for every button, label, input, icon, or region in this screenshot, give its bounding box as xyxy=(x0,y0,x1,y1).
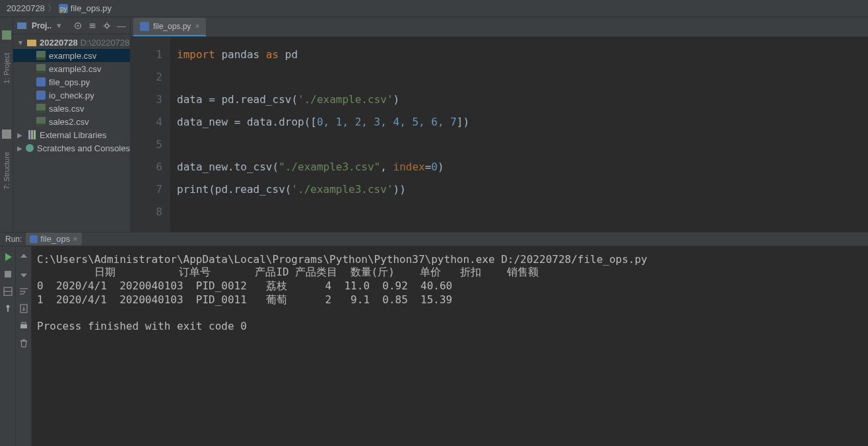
project-root-row[interactable]: ▼ 20220728 D:\20220728 xyxy=(13,36,130,49)
svg-rect-23 xyxy=(140,22,149,31)
python-icon: py xyxy=(59,4,68,13)
editor-tab[interactable]: file_ops.py × xyxy=(133,18,206,36)
editor-area: file_ops.py × 12345678 import pandas as … xyxy=(131,17,868,232)
libraries-icon xyxy=(26,130,37,140)
svg-rect-30 xyxy=(22,322,26,324)
python-icon xyxy=(30,235,38,243)
svg-rect-25 xyxy=(5,271,11,278)
chevron-right-icon[interactable]: ▶ xyxy=(17,145,22,152)
line-number-gutter: 12345678 xyxy=(131,37,170,232)
svg-point-7 xyxy=(105,24,108,27)
run-config-tab[interactable]: file_ops × xyxy=(26,233,81,245)
project-root-name: 20220728 xyxy=(40,38,78,48)
project-file-row[interactable]: sales2.csv xyxy=(13,115,130,128)
console-row: 0 2020/4/1 2020040103 PID_0012 荔枝 4 11.0… xyxy=(37,279,452,292)
breadcrumb-root[interactable]: 20220728 xyxy=(7,3,45,13)
trash-icon[interactable] xyxy=(18,338,29,348)
file-name: example3.csv xyxy=(49,64,101,74)
folder-icon xyxy=(26,37,37,48)
breadcrumb-file[interactable]: file_ops.py xyxy=(71,3,112,13)
svg-rect-20 xyxy=(31,130,33,139)
project-file-row[interactable]: file_ops.py xyxy=(13,75,130,89)
dropdown-icon[interactable]: ▾ xyxy=(57,20,61,30)
file-icon xyxy=(36,63,46,74)
file-name: sales.csv xyxy=(49,104,84,114)
svg-rect-13 xyxy=(36,77,46,87)
project-file-row[interactable]: io_check.py xyxy=(13,89,130,102)
project-rail-label[interactable]: 1: Project xyxy=(3,53,11,83)
project-toolbar: Proj.. ▾ — xyxy=(13,17,130,34)
file-icon xyxy=(36,103,46,114)
code-editor[interactable]: 12345678 import pandas as pd data = pd.r… xyxy=(131,37,868,232)
stop-icon[interactable] xyxy=(3,269,13,279)
collapse-icon[interactable] xyxy=(88,21,97,30)
project-view-icon[interactable] xyxy=(17,21,26,30)
project-rail-icon[interactable] xyxy=(2,30,11,40)
svg-rect-29 xyxy=(20,324,27,328)
console-header: 日期 订单号 产品ID 产品类目 数量(斤) 单价 折扣 销售额 xyxy=(37,266,539,278)
svg-rect-14 xyxy=(36,91,46,100)
run-header: Run: file_ops × xyxy=(0,232,868,246)
external-libraries-row[interactable]: ▶ External Libraries xyxy=(13,128,130,141)
svg-rect-18 xyxy=(36,124,46,126)
python-icon xyxy=(140,22,149,31)
project-toolbar-title[interactable]: Proj.. xyxy=(32,21,51,30)
svg-rect-12 xyxy=(36,71,46,73)
up-icon[interactable] xyxy=(18,252,29,262)
file-icon xyxy=(36,116,46,127)
svg-text:py: py xyxy=(60,5,67,13)
gear-icon[interactable] xyxy=(102,21,112,30)
run-action-rail-left xyxy=(0,246,16,447)
down-icon[interactable] xyxy=(18,269,29,279)
pin-icon[interactable] xyxy=(3,303,13,314)
print-icon[interactable] xyxy=(18,320,29,331)
chevron-down-icon[interactable]: ▼ xyxy=(17,39,24,46)
project-file-row[interactable]: example.csv xyxy=(13,49,130,62)
hide-icon[interactable]: — xyxy=(117,21,126,30)
scroll-icon[interactable] xyxy=(18,303,29,314)
python-icon xyxy=(36,77,46,87)
svg-point-6 xyxy=(77,24,79,26)
project-tree[interactable]: ▼ 20220728 D:\20220728 example.csvexampl… xyxy=(13,34,130,232)
svg-rect-24 xyxy=(30,235,38,243)
svg-rect-10 xyxy=(36,57,46,60)
wrap-icon[interactable] xyxy=(18,286,29,297)
locate-icon[interactable] xyxy=(73,21,83,30)
structure-rail-icon[interactable] xyxy=(2,130,11,139)
file-name: io_check.py xyxy=(49,91,94,100)
svg-point-22 xyxy=(26,144,34,152)
close-icon[interactable]: × xyxy=(73,234,78,244)
console-row: 1 2020/4/1 2020040103 PID_0011 葡萄 2 9.1 … xyxy=(37,293,452,306)
file-icon xyxy=(36,50,46,61)
play-icon[interactable] xyxy=(3,252,13,262)
svg-rect-8 xyxy=(27,40,36,46)
svg-rect-16 xyxy=(36,110,46,113)
project-file-row[interactable]: sales.csv xyxy=(13,102,130,115)
scratches-label: Scratches and Consoles xyxy=(37,143,130,153)
structure-rail-label[interactable]: 7: Structure xyxy=(3,152,11,190)
breadcrumb-sep: 〉 xyxy=(48,3,56,15)
project-file-row[interactable]: example3.csv xyxy=(13,62,130,75)
project-root-path: D:\20220728 xyxy=(81,38,129,48)
console-footer: Process finished with exit code 0 xyxy=(37,320,247,332)
svg-rect-3 xyxy=(2,130,11,139)
console-cmd: C:\Users\Administrator\AppData\Local\Pro… xyxy=(37,253,648,266)
svg-rect-21 xyxy=(34,130,36,139)
left-tool-rail: 1: Project 7: Structure xyxy=(0,17,13,232)
scratches-row[interactable]: ▶ Scratches and Consoles xyxy=(13,141,130,155)
python-icon xyxy=(36,90,46,100)
code-content[interactable]: import pandas as pd data = pd.read_csv('… xyxy=(170,37,868,232)
editor-tab-title: file_ops.py xyxy=(153,22,191,31)
svg-rect-2 xyxy=(2,30,11,40)
svg-rect-19 xyxy=(28,130,30,139)
file-name: example.csv xyxy=(49,51,96,61)
layout-icon[interactable] xyxy=(3,286,13,297)
file-name: sales2.csv xyxy=(49,117,89,127)
svg-rect-4 xyxy=(17,22,26,29)
chevron-right-icon[interactable]: ▶ xyxy=(17,131,24,139)
project-panel: Proj.. ▾ — ▼ 20220728 D:\20220728 exampl… xyxy=(13,17,131,232)
editor-tab-bar: file_ops.py × xyxy=(131,17,868,37)
close-icon[interactable]: × xyxy=(195,22,199,31)
console-output[interactable]: C:\Users\Administrator\AppData\Local\Pro… xyxy=(32,246,868,447)
run-action-rail-right xyxy=(16,246,32,447)
